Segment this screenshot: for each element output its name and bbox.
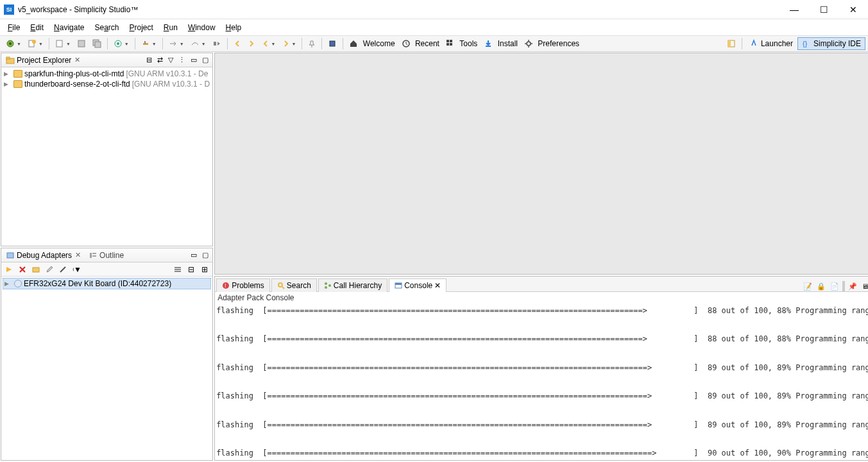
expand-icon[interactable]: ⊞ <box>200 264 210 275</box>
console-lock-icon[interactable]: 🔒 <box>815 282 827 291</box>
menu-edit[interactable]: Edit <box>25 21 49 34</box>
minimize-view-icon[interactable]: ▭ <box>189 250 199 260</box>
svg-rect-47 <box>395 283 402 285</box>
project-meta: [GNU ARM v10.3.1 - D <box>132 80 210 89</box>
console-display-icon[interactable]: 🖥▼ <box>860 282 868 291</box>
problems-tab[interactable]: !Problems <box>216 278 270 292</box>
svg-rect-13 <box>330 41 335 46</box>
install-button[interactable]: Install <box>481 38 520 49</box>
tree-row[interactable]: ▶ thunderboard-sense-2-ot-cli-ftd [GNU A… <box>3 79 211 89</box>
new-file-icon[interactable]: ▼ <box>53 38 73 49</box>
open-folder-icon[interactable] <box>31 264 41 275</box>
close-icon[interactable]: ✕ <box>73 56 81 64</box>
project-explorer-tab[interactable]: Project Explorer ✕ <box>3 55 84 66</box>
recent-button[interactable]: Recent <box>399 38 442 49</box>
menu-search[interactable]: Search <box>89 21 124 34</box>
nav-right-icon[interactable]: ▼ <box>280 38 299 49</box>
welcome-button[interactable]: Welcome <box>346 38 397 49</box>
search-tab[interactable]: Search <box>271 278 317 292</box>
step-over-icon[interactable]: ▼ <box>188 38 208 49</box>
minimize-view-icon[interactable]: ▭ <box>189 55 199 65</box>
tree-row[interactable]: ▶ sparkfun-thing-plus-ot-cli-mtd [GNU AR… <box>3 69 211 79</box>
window-minimize-button[interactable]: — <box>779 0 809 19</box>
maximize-view-icon[interactable]: ▢ <box>200 55 210 65</box>
svg-rect-38 <box>174 271 181 272</box>
svg-point-45 <box>328 284 331 287</box>
launcher-perspective-button[interactable]: Launcher <box>745 37 797 50</box>
expand-arrow-icon[interactable]: ▶ <box>4 81 12 87</box>
project-icon <box>13 80 22 88</box>
menu-run[interactable]: Run <box>158 21 183 34</box>
project-name: sparkfun-thing-plus-ot-cli-mtd <box>24 69 124 78</box>
collapse-all-icon[interactable]: ⊟ <box>144 55 154 65</box>
outline-tab[interactable]: Outline <box>86 250 126 261</box>
nav-fwd-icon[interactable] <box>245 38 258 49</box>
menu-help[interactable]: Help <box>221 21 247 34</box>
debug-adapters-title: Debug Adapters <box>17 251 72 260</box>
svg-rect-29 <box>6 57 10 59</box>
window-maximize-button[interactable]: ☐ <box>809 0 838 19</box>
nav-left-icon[interactable]: ▼ <box>259 38 278 49</box>
view-menu-icon[interactable]: ⋮ <box>176 55 187 65</box>
expand-arrow-icon[interactable]: ▶ <box>4 280 12 287</box>
list-icon[interactable] <box>173 264 183 275</box>
step-icon[interactable]: ▼ <box>166 38 187 49</box>
console-pin-icon[interactable]: 📌 <box>847 282 858 291</box>
call-hierarchy-tab[interactable]: Call Hierarchy <box>318 278 387 292</box>
console-output[interactable]: flashing [==============================… <box>215 304 868 460</box>
start-icon[interactable] <box>4 264 14 275</box>
stop-icon[interactable] <box>17 264 28 275</box>
target-icon[interactable]: ▼ <box>111 38 132 49</box>
edit-icon[interactable] <box>44 264 55 275</box>
maximize-view-icon[interactable]: ▢ <box>200 250 210 260</box>
save-icon[interactable] <box>74 38 89 49</box>
save-all-icon[interactable] <box>90 38 104 49</box>
tools-icon[interactable] <box>58 264 68 275</box>
svg-rect-17 <box>447 43 449 46</box>
console-edit-icon[interactable]: 📝 <box>802 282 813 291</box>
svg-rect-16 <box>450 40 452 42</box>
console-header: Adapter Pack Console <box>215 292 868 304</box>
svg-rect-34 <box>33 268 39 272</box>
debug-adapters-tab[interactable]: Debug Adapters ✕ <box>3 250 85 261</box>
tree-row[interactable]: ▶ EFR32xG24 Dev Kit Board (ID:440272723) <box>3 278 211 289</box>
console-clear-icon[interactable]: 📄 <box>829 282 840 291</box>
run-to-icon[interactable] <box>210 38 224 49</box>
open-perspective-icon[interactable] <box>724 38 738 49</box>
svg-point-9 <box>117 42 119 45</box>
close-icon[interactable]: ✕ <box>74 251 82 259</box>
outline-title: Outline <box>99 251 124 260</box>
build-icon[interactable]: ▼ <box>139 38 159 49</box>
menu-file[interactable]: File <box>3 21 25 34</box>
filter-icon[interactable]: ▽ <box>166 55 175 65</box>
project-icon <box>13 70 22 78</box>
simplicity-ide-perspective-button[interactable]: {}Simplicity IDE <box>797 37 865 50</box>
collapse-icon[interactable]: ⊟ <box>186 264 196 275</box>
menu-navigate[interactable]: Navigate <box>49 21 89 34</box>
preferences-button[interactable]: Preferences <box>522 38 582 49</box>
new-icon[interactable]: ▼ <box>25 38 46 49</box>
svg-point-1 <box>9 42 12 45</box>
debug-icon[interactable]: ▼ <box>3 38 24 49</box>
settings-icon[interactable]: ▼ <box>71 264 81 275</box>
pin-icon[interactable] <box>305 38 318 49</box>
svg-rect-12 <box>214 42 216 46</box>
menubar: File Edit Navigate Search Project Run Wi… <box>0 19 868 35</box>
svg-point-44 <box>325 286 327 289</box>
link-editor-icon[interactable]: ⇄ <box>155 55 165 65</box>
tools-button[interactable]: Tools <box>443 38 480 49</box>
main-toolbar: ▼ ▼ ▼ ▼ ▼ ▼ ▼ ▼ ▼ Welcome Recent Tools I… <box>0 35 868 52</box>
close-icon[interactable]: ✕ <box>434 281 441 290</box>
expand-arrow-icon[interactable]: ▶ <box>4 71 12 77</box>
menu-project[interactable]: Project <box>124 21 158 34</box>
console-tab[interactable]: Console✕ <box>389 278 447 292</box>
menu-window[interactable]: Window <box>183 21 221 34</box>
chip-icon[interactable] <box>325 38 339 49</box>
svg-text:!: ! <box>225 282 226 289</box>
svg-rect-4 <box>56 40 62 47</box>
window-close-button[interactable]: ✕ <box>838 0 868 19</box>
nav-back-icon[interactable] <box>231 38 244 49</box>
window-title: v5_workspace - Simplicity Studio™ <box>18 5 779 14</box>
project-name: thunderboard-sense-2-ot-cli-ftd <box>24 80 130 89</box>
svg-rect-11 <box>144 41 146 44</box>
